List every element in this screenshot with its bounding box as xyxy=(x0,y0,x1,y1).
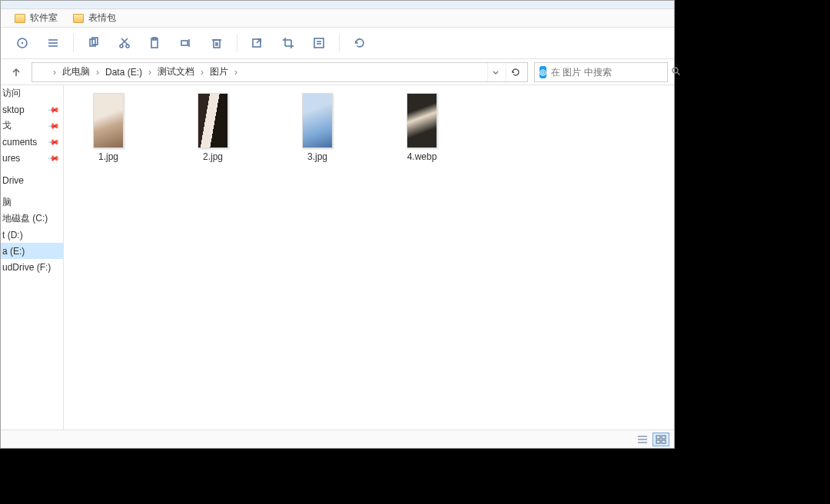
svg-rect-36 xyxy=(656,440,660,443)
sidebar-label: 脑 xyxy=(2,196,12,209)
thumbnail-icon xyxy=(198,93,228,148)
breadcrumb[interactable]: › 此电脑 › Data (E:) › 测试文档 › 图片 › xyxy=(32,62,528,82)
bookmark-item[interactable]: 表情包 xyxy=(73,12,116,25)
view-details-button[interactable] xyxy=(634,433,651,446)
breadcrumb-item[interactable]: 图片 xyxy=(208,65,231,78)
search-box[interactable]: ◎ xyxy=(534,62,668,82)
bookmark-item[interactable]: 软件室 xyxy=(15,12,58,25)
sidebar-quickaccess[interactable]: 访问 xyxy=(1,85,63,101)
bookmarks-bar: 软件室 表情包 xyxy=(1,9,674,28)
svg-point-29 xyxy=(672,68,678,73)
paste-button[interactable] xyxy=(141,31,169,55)
sidebar: 访问 sktop📌 戈📌 cuments📌 ures📌 Drive 脑 地磁盘 … xyxy=(1,85,64,429)
thumbnail-icon xyxy=(302,93,333,148)
view-options-button[interactable] xyxy=(39,31,67,55)
file-item[interactable]: 1.jpg xyxy=(79,93,138,162)
chevron-right-icon: › xyxy=(95,67,100,78)
breadcrumb-item[interactable]: Data (E:) xyxy=(103,67,144,78)
svg-rect-15 xyxy=(214,40,220,48)
breadcrumb-dropdown[interactable] xyxy=(487,63,503,81)
refresh-button[interactable] xyxy=(346,31,374,55)
view-thumbnails-button[interactable] xyxy=(652,433,669,446)
titlebar-peek xyxy=(1,1,674,9)
chevron-right-icon: › xyxy=(52,67,57,78)
bookmark-label: 软件室 xyxy=(30,12,58,25)
delete-button[interactable] xyxy=(203,31,231,55)
crop-button[interactable] xyxy=(274,31,302,55)
sidebar-item-drive-c[interactable]: 地磁盘 (C:) xyxy=(1,211,63,227)
file-item[interactable]: 2.jpg xyxy=(184,93,242,162)
sidebar-item-drive-f[interactable]: udDrive (F:) xyxy=(1,259,63,275)
body: 访问 sktop📌 戈📌 cuments📌 ures📌 Drive 脑 地磁盘 … xyxy=(1,85,674,429)
thumbnail-icon xyxy=(407,93,437,148)
search-input[interactable] xyxy=(551,67,666,78)
search-provider-icon: ◎ xyxy=(540,66,546,78)
file-item[interactable]: 3.jpg xyxy=(288,93,347,162)
sidebar-label: ures xyxy=(2,153,20,164)
sidebar-item-downloads[interactable]: 戈📌 xyxy=(1,118,63,134)
svg-point-1 xyxy=(22,42,23,44)
refresh-icon[interactable] xyxy=(506,63,524,81)
toolbar xyxy=(1,28,674,59)
breadcrumb-item[interactable]: 测试文档 xyxy=(155,65,197,78)
chevron-right-icon: › xyxy=(148,67,152,78)
sidebar-item-pictures[interactable]: ures📌 xyxy=(1,150,63,166)
svg-line-30 xyxy=(677,72,679,75)
up-button[interactable] xyxy=(7,63,25,81)
newwindow-button[interactable] xyxy=(244,31,271,55)
folder-icon xyxy=(73,14,84,23)
history-button[interactable] xyxy=(8,31,36,55)
folder-icon xyxy=(15,14,25,23)
separator xyxy=(237,34,237,52)
sidebar-label: 戈 xyxy=(2,119,12,132)
pin-icon: 📌 xyxy=(48,119,60,131)
folder-icon xyxy=(37,67,49,77)
sidebar-item-thispc[interactable]: 脑 xyxy=(1,194,63,211)
file-item[interactable]: 4.webp xyxy=(393,93,451,162)
separator xyxy=(339,34,340,52)
svg-point-8 xyxy=(126,45,129,48)
sidebar-label: udDrive (F:) xyxy=(2,262,51,273)
copy-button[interactable] xyxy=(80,31,108,55)
svg-rect-25 xyxy=(314,38,324,48)
svg-rect-37 xyxy=(662,440,666,443)
thumbnail-icon xyxy=(93,93,124,148)
properties-button[interactable] xyxy=(305,31,333,55)
pin-icon: 📌 xyxy=(48,103,60,115)
file-name: 1.jpg xyxy=(98,151,118,162)
search-icon[interactable] xyxy=(671,66,681,78)
content-pane[interactable]: 1.jpg 2.jpg 3.jpg 4.webp xyxy=(64,85,674,429)
file-name: 4.webp xyxy=(407,151,437,162)
file-name: 2.jpg xyxy=(203,151,223,162)
bookmark-label: 表情包 xyxy=(88,12,116,25)
sidebar-label: a (E:) xyxy=(2,246,25,257)
sidebar-label: 地磁盘 (C:) xyxy=(2,212,48,225)
separator xyxy=(73,34,74,52)
nav-row: › 此电脑 › Data (E:) › 测试文档 › 图片 › ◎ xyxy=(1,59,674,85)
rename-button[interactable] xyxy=(172,31,200,55)
sidebar-label: 访问 xyxy=(2,87,21,100)
chevron-right-icon: › xyxy=(234,67,238,78)
svg-point-7 xyxy=(120,45,123,48)
sidebar-item-desktop[interactable]: sktop📌 xyxy=(1,101,63,118)
sidebar-label: cuments xyxy=(2,137,37,148)
sidebar-label: t (D:) xyxy=(2,230,23,240)
sidebar-item-drive[interactable]: Drive xyxy=(1,172,63,188)
svg-rect-34 xyxy=(656,436,660,439)
breadcrumb-item[interactable]: 此电脑 xyxy=(60,65,92,78)
sidebar-item-documents[interactable]: cuments📌 xyxy=(1,134,63,150)
sidebar-item-drive-e[interactable]: a (E:) xyxy=(1,243,63,259)
svg-rect-13 xyxy=(181,41,188,45)
sidebar-label: sktop xyxy=(2,104,25,115)
explorer-window: 软件室 表情包 xyxy=(0,0,675,449)
sidebar-label: Drive xyxy=(2,175,24,186)
pin-icon: 📌 xyxy=(48,135,60,148)
sidebar-item-drive-d[interactable]: t (D:) xyxy=(1,227,63,243)
svg-rect-35 xyxy=(662,436,666,439)
chevron-right-icon: › xyxy=(200,67,204,78)
status-bar xyxy=(1,429,674,448)
file-name: 3.jpg xyxy=(307,151,327,162)
cut-button[interactable] xyxy=(111,31,138,55)
file-grid: 1.jpg 2.jpg 3.jpg 4.webp xyxy=(79,93,659,162)
pin-icon: 📌 xyxy=(48,151,60,164)
